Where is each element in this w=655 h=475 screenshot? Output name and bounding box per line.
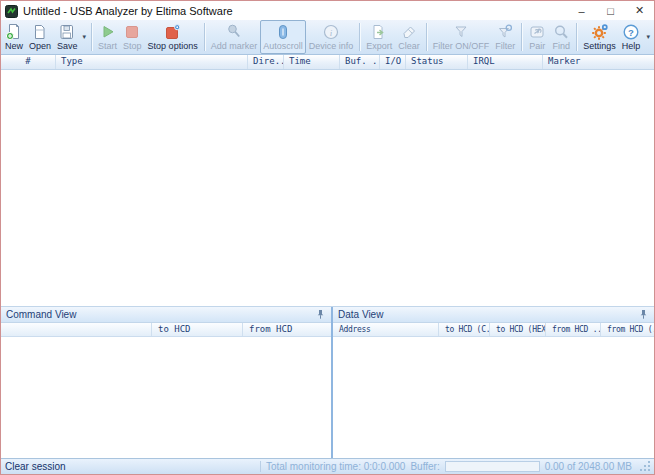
resize-grip[interactable] [639, 460, 652, 473]
app-icon [5, 4, 18, 17]
settings-button[interactable]: Settings [580, 20, 619, 54]
minimize-button[interactable]: – [567, 1, 596, 20]
svg-text:?: ? [628, 27, 634, 38]
filter-search-icon [496, 23, 514, 41]
status-separator [260, 461, 261, 472]
column-header-io[interactable]: I/O [380, 55, 406, 69]
marker-pin-icon [225, 23, 243, 41]
data-view-body[interactable] [333, 337, 654, 458]
window-controls: – □ ✕ [567, 1, 654, 20]
new-button[interactable]: New [2, 20, 26, 54]
data-column-to-hcd-hex[interactable]: to HCD (HEX) [490, 323, 546, 336]
save-button-label: Save [57, 41, 78, 52]
stop-options-button-label: Stop options [148, 41, 198, 52]
stop-button-label: Stop [123, 41, 142, 52]
command-view-panel: Command View to HCD from HCD [1, 307, 331, 458]
buffer-usage-text: 0.00 of 2048.00 MB [545, 461, 632, 472]
toolbar-separator [204, 23, 205, 51]
window-title: Untitled - USB Analyzer by Eltima Softwa… [23, 5, 567, 17]
filter-onoff-button[interactable]: Filter ON/OFF [430, 20, 493, 54]
column-header-time[interactable]: Time [284, 55, 340, 69]
column-header-status[interactable]: Status [406, 55, 468, 69]
add-marker-button[interactable]: Add marker [208, 20, 261, 54]
buffer-label: Buffer: [410, 461, 439, 472]
open-folder-icon [31, 23, 49, 41]
gear-icon [591, 23, 609, 41]
monitoring-time-text: Total monitoring time: 0:0:0.000 [266, 461, 406, 472]
device-info-button-label: Device info [309, 41, 354, 52]
close-button[interactable]: ✕ [625, 1, 654, 20]
monitor-list-area[interactable] [1, 70, 654, 306]
pair-link-icon [528, 23, 546, 41]
data-column-address[interactable]: Address [333, 323, 439, 336]
column-header-irql[interactable]: IRQL [468, 55, 543, 69]
save-button[interactable]: Save [54, 20, 81, 54]
toolbar-separator [576, 23, 577, 51]
status-right-group: Total monitoring time: 0:0:0.000 Buffer:… [266, 460, 652, 473]
command-column-blank[interactable] [1, 323, 152, 336]
command-column-from-hcd[interactable]: from HCD [243, 323, 331, 336]
data-view-panel: Data View Address to HCD (C... to HCD (H… [333, 307, 654, 458]
pin-icon[interactable] [315, 309, 326, 320]
clear-button[interactable]: Clear [395, 20, 423, 54]
autoscroll-icon [274, 23, 292, 41]
find-button[interactable]: Find [549, 20, 573, 54]
data-column-to-hcd-c[interactable]: to HCD (C... [439, 323, 490, 336]
open-button[interactable]: Open [26, 20, 54, 54]
data-column-from-hcd[interactable]: from HCD ... [546, 323, 601, 336]
stop-button[interactable]: Stop [120, 20, 145, 54]
filter-onoff-button-label: Filter ON/OFF [433, 41, 490, 52]
column-header-buffer[interactable]: Buf. ... [340, 55, 380, 69]
toolbar-separator [359, 23, 360, 51]
data-view-title: Data View [338, 309, 383, 320]
settings-button-label: Settings [583, 41, 616, 52]
bottom-panels: Command View to HCD from HCD Data View [1, 306, 654, 458]
start-play-icon [99, 23, 117, 41]
filter-button[interactable]: Filter [492, 20, 518, 54]
column-header-type[interactable]: Type [56, 55, 248, 69]
autoscroll-button[interactable]: Autoscroll [260, 20, 306, 54]
data-view-columns: Address to HCD (C... to HCD (HEX) from H… [333, 323, 654, 337]
start-button[interactable]: Start [95, 20, 120, 54]
device-info-button[interactable]: i Device info [306, 20, 357, 54]
session-status-text: Clear session [5, 461, 255, 472]
status-bar: Clear session Total monitoring time: 0:0… [1, 458, 654, 474]
pair-button[interactable]: Pair [525, 20, 549, 54]
info-icon: i [322, 23, 340, 41]
monitor-grid-header: # Type Dire... Time Buf. ... I/O Status … [1, 55, 654, 70]
eraser-icon [400, 23, 418, 41]
column-header-marker[interactable]: Marker [543, 55, 654, 69]
new-button-label: New [5, 41, 23, 52]
column-header-number[interactable]: # [1, 55, 56, 69]
maximize-button[interactable]: □ [596, 1, 625, 20]
filter-funnel-icon [452, 23, 470, 41]
search-icon [552, 23, 570, 41]
save-dropdown-arrow[interactable]: ▾ [81, 20, 89, 54]
help-icon: ? [622, 23, 640, 41]
stop-options-button[interactable]: Stop options [145, 20, 201, 54]
toolbar-overflow-arrow[interactable]: ▾ [643, 20, 653, 54]
new-document-icon [5, 23, 23, 41]
command-column-to-hcd[interactable]: to HCD [152, 323, 243, 336]
help-button[interactable]: ? Help [619, 20, 644, 54]
data-view-header: Data View [333, 307, 654, 323]
title-bar: Untitled - USB Analyzer by Eltima Softwa… [1, 1, 654, 20]
help-button-label: Help [622, 41, 641, 52]
command-view-body[interactable] [1, 337, 331, 458]
command-view-columns: to HCD from HCD [1, 323, 331, 337]
column-header-direction[interactable]: Dire... [248, 55, 284, 69]
pin-icon[interactable] [638, 309, 649, 320]
autoscroll-button-label: Autoscroll [263, 41, 303, 52]
find-button-label: Find [553, 41, 571, 52]
filter-button-label: Filter [495, 41, 515, 52]
app-window: Untitled - USB Analyzer by Eltima Softwa… [0, 0, 655, 475]
export-button[interactable]: Export [363, 20, 395, 54]
data-column-from-hcd-2[interactable]: from HCD (... [601, 323, 654, 336]
clear-button-label: Clear [398, 41, 420, 52]
stop-options-icon [164, 23, 182, 41]
add-marker-button-label: Add marker [211, 41, 258, 52]
toolbar-separator [91, 23, 92, 51]
pair-button-label: Pair [529, 41, 545, 52]
command-view-title: Command View [6, 309, 76, 320]
start-button-label: Start [98, 41, 117, 52]
